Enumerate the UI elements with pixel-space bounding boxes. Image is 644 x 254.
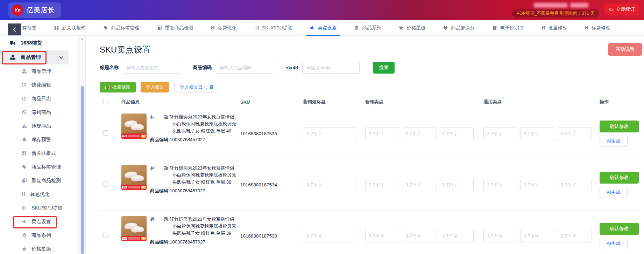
selling-point-input-2[interactable] xyxy=(402,179,437,191)
star-icon xyxy=(398,25,404,30)
sidebar-item-product-management[interactable]: 商品管理 xyxy=(0,50,69,64)
tab-e-manual[interactable]: 电子说明书 xyxy=(483,20,533,35)
h-icon: H xyxy=(585,25,589,30)
sidebar-sub-selling-point-settings[interactable]: 卖点设置 xyxy=(0,215,78,228)
renew-label: 立即续订 xyxy=(616,6,635,13)
selling-point-input-2[interactable] xyxy=(402,128,437,140)
brand-name: 亿美店长 xyxy=(27,6,55,15)
select-all-checkbox[interactable] xyxy=(103,99,108,104)
tab-batch-modify[interactable]: H 批量修改 xyxy=(532,20,576,35)
generic-point-input-1[interactable] xyxy=(483,179,518,191)
sidebar-sub-slow-moving[interactable]: 滞销商品 xyxy=(0,105,78,119)
tab-price-star[interactable]: 价格星级 xyxy=(390,20,434,35)
ai-generate-button[interactable]: AI生成 xyxy=(600,187,628,198)
sidebar-sub-price-star[interactable]: 价格星级 xyxy=(0,242,78,254)
selling-point-input-3[interactable] xyxy=(439,128,474,140)
tab-title-optimization[interactable]: H 标题优化 xyxy=(202,20,246,35)
confirm-modify-button[interactable]: 确认修改 xyxy=(600,223,639,235)
sidebar-sub-sku-spu-extraction[interactable]: SKU/SPU提取 xyxy=(0,201,78,215)
generic-point-input-3[interactable] xyxy=(557,230,592,242)
sku-id-input[interactable] xyxy=(302,62,360,74)
short-title-input[interactable] xyxy=(303,230,355,242)
tab-product-tag-management[interactable]: 商品标签管理 xyxy=(94,20,148,35)
product-title-text: 轩竹恺奕秀2023年女靴百搭情侣小白靴休闲靴夏秋厚底板靴贝壳头圆头靴子女 粉红色… xyxy=(170,114,236,133)
sidebar-scrollbar[interactable]: ▲ xyxy=(78,36,86,254)
collapse-sidebar-button[interactable] xyxy=(8,23,21,35)
batch-modify-button[interactable]: (0) 批量修改 xyxy=(100,82,136,92)
sidebar-sub-product-series[interactable]: 商品系列 xyxy=(0,228,78,242)
tab-new-association-template[interactable]: 新关联板式 xyxy=(45,20,94,35)
selling-point-input-1[interactable] xyxy=(365,179,400,191)
sidebar-sub-product-log[interactable]: 商品日志 xyxy=(0,92,78,105)
short-title-input[interactable] xyxy=(303,128,355,140)
scrollbar-thumb[interactable] xyxy=(81,86,84,254)
tab-sku-spu-extraction[interactable]: SKU/SPU提取 xyxy=(245,20,301,35)
batch-count: 0 xyxy=(106,85,109,90)
selling-point-input-3[interactable] xyxy=(439,179,474,191)
sidebar-item-label: 库存预警 xyxy=(31,137,51,143)
sidebar-sub-product-tag-management[interactable]: 商品标签管理 xyxy=(0,160,78,174)
megaphone-icon xyxy=(310,25,315,30)
discount-tag: 6折 xyxy=(141,135,146,138)
sidebar-sub-title-optimization[interactable]: H 标题优化 xyxy=(0,187,78,201)
confirm-modify-button[interactable]: 确认修改 xyxy=(600,121,639,132)
col-header-short-title: 营销短标题 xyxy=(303,99,365,105)
ai-generate-button[interactable]: AI生成 xyxy=(600,238,628,249)
copy-icon xyxy=(157,25,162,30)
sidebar-sub-product-management[interactable]: 商品管理 xyxy=(0,64,78,78)
megaphone-icon xyxy=(22,219,27,224)
tab-duplicate-product-detection[interactable]: 重复商品检测 xyxy=(148,20,202,35)
tab-label: 价格星级 xyxy=(406,25,425,31)
help-button[interactable]: 帮助说明 xyxy=(608,43,642,56)
product-code-input[interactable] xyxy=(216,62,273,74)
promo-strip xyxy=(128,135,140,137)
tab-selling-point-settings[interactable]: 卖点设置 xyxy=(301,20,345,35)
renew-button[interactable]: 立即续订 xyxy=(604,4,639,15)
row-checkbox[interactable] xyxy=(103,233,108,238)
generic-point-input-1[interactable] xyxy=(483,128,518,140)
sidebar-item-label: 商品系列 xyxy=(31,232,51,239)
col-header-selling-point: 营销卖点 xyxy=(365,99,483,105)
selling-point-input-2[interactable] xyxy=(402,230,437,242)
discount-tag: 6折 xyxy=(141,237,146,240)
sidebar-sub-inventory-alert[interactable]: 库存预警 xyxy=(0,133,78,146)
import-modify-button[interactable]: 导入修改 xyxy=(141,82,169,92)
generic-point-input-3[interactable] xyxy=(557,128,592,140)
sidebar-sub-violation-products[interactable]: 违规商品 xyxy=(0,119,78,133)
template-name-input[interactable] xyxy=(123,62,180,74)
generic-point-input-1[interactable] xyxy=(483,230,518,242)
ai-generate-button[interactable]: AI生成 xyxy=(600,136,628,147)
top-tab-bar: 库存预警 新关联板式 商品标签管理 重复商品检测 H 标题优化 SKU/SPU提… xyxy=(0,20,644,36)
sidebar-item-label: 标题优化 xyxy=(30,191,50,198)
selling-point-input-3[interactable] xyxy=(439,230,474,242)
tab-label: 重复商品检测 xyxy=(165,25,193,31)
row-checkbox[interactable] xyxy=(103,181,108,187)
tab-product-health[interactable]: 商品健康分 xyxy=(434,20,483,35)
search-button[interactable]: 搜索 xyxy=(373,62,395,74)
sidebar-sub-new-association-template[interactable]: 新关联板式 xyxy=(0,146,78,160)
page-title: SKU卖点设置 xyxy=(100,44,641,55)
tab-product-series[interactable]: 商品系列 xyxy=(345,20,390,35)
document-icon xyxy=(492,25,497,30)
generic-point-input-2[interactable] xyxy=(520,230,555,242)
row-checkbox[interactable] xyxy=(103,130,108,136)
sidebar-sub-quick-edit[interactable]: 快速编辑 xyxy=(0,78,78,92)
promo-strip xyxy=(128,237,140,240)
short-title-input[interactable] xyxy=(303,179,355,191)
tab-label: 电子说明书 xyxy=(500,25,524,31)
generic-point-input-3[interactable] xyxy=(557,179,592,191)
generic-point-input-2[interactable] xyxy=(520,128,555,140)
sidebar-sub-duplicate-detection[interactable]: 重复商品检测 xyxy=(0,174,78,187)
confirm-modify-button[interactable]: 确认修改 xyxy=(600,172,639,184)
generic-point-input-2[interactable] xyxy=(520,179,555,191)
sidebar: 1688铺货 商品管理 商品管理 快速编辑 商品日志 滞销商品 xyxy=(0,36,78,254)
scrollbar-up-arrow[interactable]: ▲ xyxy=(79,37,85,40)
tag-icon xyxy=(22,164,27,170)
sidebar-item-1688-distribution[interactable]: 1688铺货 xyxy=(0,36,69,50)
selling-point-input-1[interactable] xyxy=(365,128,400,140)
tab-title-modify[interactable]: H 标题修改 xyxy=(576,20,619,35)
selling-point-input-1[interactable] xyxy=(365,230,400,242)
import-modify-log-button[interactable]: 导入修改日志 xyxy=(174,82,219,92)
sku-id-label: skuId xyxy=(286,65,298,70)
col-header-sku: SKU xyxy=(240,99,303,105)
